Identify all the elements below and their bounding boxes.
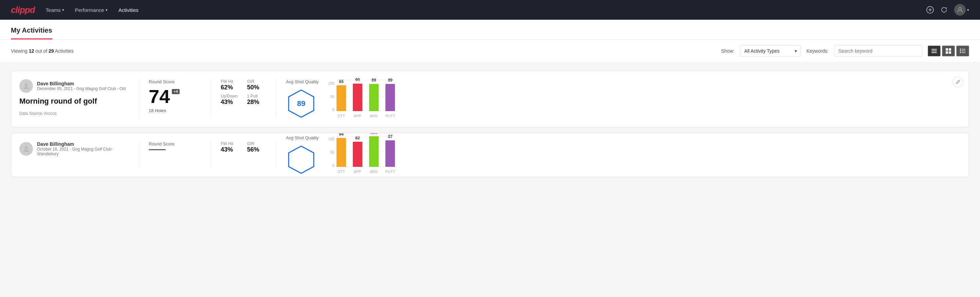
round-score-label: Round Score: [149, 79, 200, 84]
quality-section: Avg Shot Quality 89 100 50 0: [276, 79, 961, 119]
show-label: Show:: [721, 48, 735, 54]
user-avatar: [19, 79, 33, 93]
nav-teams[interactable]: Teams ▾: [46, 1, 64, 19]
svg-rect-12: [962, 49, 966, 50]
svg-rect-5: [931, 51, 937, 51]
round-score-section-2: Round Score: [139, 141, 200, 169]
user-avatar-2: [19, 142, 33, 156]
svg-point-3: [959, 8, 961, 10]
bar-app-2: 82 APP: [353, 136, 362, 174]
bar-putt-2: 87 PUTT: [385, 134, 395, 174]
y-label-100: 100: [328, 81, 334, 85]
quality-section-2: Avg Shot Quality 100 50 0: [276, 141, 961, 169]
bar-arg-value: 89: [371, 78, 376, 83]
user-name-2: Dave Billingham: [37, 141, 128, 147]
navbar-right: ▾: [926, 4, 969, 16]
svg-point-17: [25, 84, 28, 87]
svg-rect-8: [949, 48, 951, 51]
view-toggle: [928, 46, 969, 56]
svg-rect-4: [931, 49, 937, 50]
bar-putt-label: PUTT: [385, 114, 395, 118]
svg-marker-20: [289, 146, 314, 173]
activity-card-2: Dave Billingham October 16, 2021 - Gog M…: [11, 133, 969, 177]
svg-rect-6: [931, 52, 937, 53]
filter-bar: Viewing 12 out of 29 Activities Show: Al…: [0, 40, 980, 62]
bar-ott: 85 OTT: [337, 79, 346, 118]
app-logo[interactable]: clippd: [11, 5, 35, 15]
bar-chart-2: 100 50 0 94 OTT: [328, 136, 961, 174]
activity-card: Dave Billingham December 05, 2021 - Gog …: [11, 71, 969, 128]
navbar: clippd Teams ▾ Performance ▾ Activities: [0, 0, 980, 20]
bar-ott-label: OTT: [337, 114, 345, 118]
round-score-section: Round Score 74 +4 18 Holes: [139, 79, 200, 119]
card-left-2: Dave Billingham October 16, 2021 - Gog M…: [19, 141, 128, 169]
viewing-count-text: Viewing 12 out of 29 Activities: [11, 48, 716, 54]
svg-rect-9: [946, 51, 948, 54]
svg-rect-7: [946, 48, 948, 51]
bar-arg: 89 ARG: [369, 78, 379, 118]
view-grid-button[interactable]: [942, 46, 955, 56]
stat-gir-2: GIR 56%: [247, 141, 266, 153]
user-name: Dave Billingham: [37, 81, 126, 86]
bar-app-label: APP: [354, 114, 361, 118]
hex-score: 89: [286, 88, 317, 119]
svg-rect-10: [949, 51, 951, 54]
avg-shot-quality-label: Avg Shot Quality: [286, 79, 319, 84]
stats-section: FW Hit 62% GIR 50% Up/Down 43% 1 Putt 28…: [211, 79, 265, 119]
score-badge: +4: [172, 89, 180, 94]
bar-arg-label: ARG: [370, 114, 378, 118]
stat-fw-hit: FW Hit 62%: [221, 79, 239, 91]
nav-performance[interactable]: Performance ▾: [75, 1, 108, 19]
round-score-label-2: Round Score: [149, 141, 200, 147]
user-date-2: October 16, 2021 - Gog Magog Golf Club -…: [37, 147, 128, 156]
activity-type-select-wrapper[interactable]: All Activity Types: [740, 45, 801, 57]
stat-gir: GIR 50%: [247, 79, 266, 91]
svg-rect-15: [960, 52, 961, 53]
svg-rect-14: [962, 51, 966, 51]
nav-activities[interactable]: Activities: [119, 1, 138, 19]
avatar-chevron-icon: ▾: [967, 8, 969, 12]
add-button[interactable]: [926, 6, 934, 14]
hex-score-value: 89: [297, 99, 305, 108]
bar-ott-2: 94 OTT: [337, 133, 346, 174]
user-row: Dave Billingham December 05, 2021 - Gog …: [19, 79, 128, 93]
user-row-2: Dave Billingham October 16, 2021 - Gog M…: [19, 141, 128, 156]
svg-rect-16: [962, 52, 966, 53]
user-date: December 05, 2021 - Gog Magog Golf Club …: [37, 86, 126, 91]
stats-section-2: FW Hit 43% GIR 56%: [211, 141, 265, 169]
activity-type-select[interactable]: All Activity Types: [740, 45, 801, 57]
stat-updown: Up/Down 43%: [221, 94, 239, 106]
bar-app-value: 90: [355, 77, 360, 82]
score-value: 74: [149, 87, 170, 106]
teams-chevron-icon: ▾: [62, 8, 64, 12]
user-avatar-wrapper[interactable]: ▾: [954, 4, 969, 16]
holes-text: 18 Holes: [149, 108, 200, 113]
svg-rect-11: [960, 49, 961, 50]
avg-shot-quality-label-2: Avg Shot Quality: [286, 135, 319, 141]
edit-button[interactable]: [953, 77, 963, 87]
bar-putt-value: 89: [388, 78, 393, 83]
performance-chevron-icon: ▾: [106, 8, 108, 12]
activity-title: Morning round of golf: [19, 97, 128, 106]
data-source: Data Source: Arccos: [19, 111, 128, 116]
bar-ott-value: 85: [339, 79, 343, 84]
view-list-condensed-button[interactable]: [928, 46, 940, 56]
y-label-0: 0: [328, 108, 334, 112]
bar-app: 90 APP: [353, 77, 362, 118]
search-input[interactable]: [834, 45, 922, 57]
stat-1putt: 1 Putt 28%: [247, 94, 266, 106]
view-list-button[interactable]: [956, 46, 969, 56]
svg-rect-13: [960, 50, 961, 51]
bar-putt: 89 PUTT: [385, 78, 395, 118]
avatar[interactable]: [954, 4, 966, 16]
bar-chart: 100 50 0 85: [328, 81, 961, 118]
svg-point-19: [25, 147, 28, 150]
keywords-label: Keywords:: [807, 48, 829, 54]
card-left: Dave Billingham December 05, 2021 - Gog …: [19, 79, 128, 119]
y-label-50: 50: [328, 94, 334, 99]
page-title: My Activities: [11, 20, 52, 40]
stat-fw-hit-2: FW Hit 43%: [221, 141, 239, 153]
bar-arg-2: 106 ARG: [369, 133, 379, 174]
refresh-button[interactable]: [940, 6, 947, 13]
page-header: My Activities: [0, 20, 980, 40]
